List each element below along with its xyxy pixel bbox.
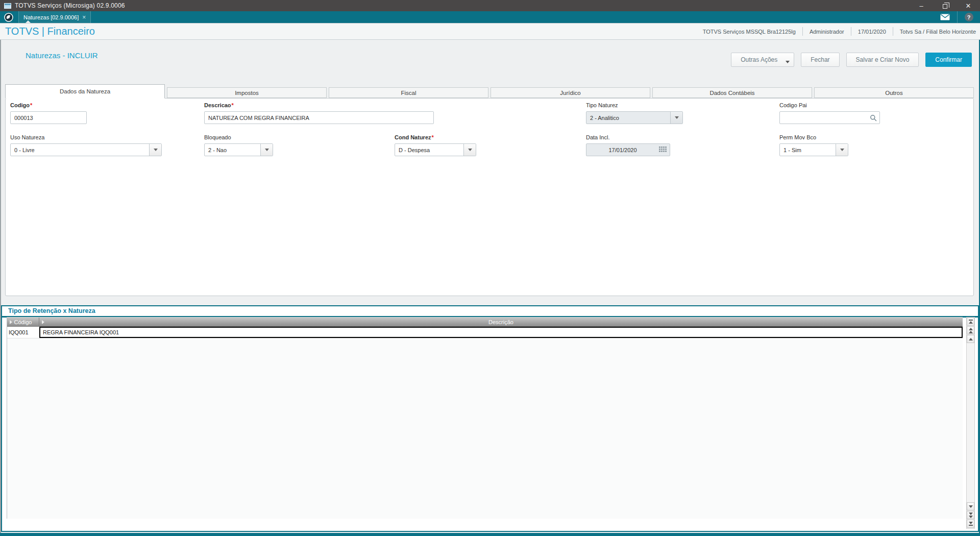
window-bottom-frame xyxy=(0,533,980,536)
field-bloqueado: Bloqueado 2 - Nao xyxy=(204,134,273,156)
form-panel: Codigo* Descricao* Tipo Naturez 2 - Anal… xyxy=(5,98,974,296)
divider xyxy=(893,27,893,36)
required-marker: * xyxy=(232,102,234,108)
data-incl-label: Data Incl. xyxy=(586,134,670,140)
column-handle-icon xyxy=(42,320,44,324)
window-controls: – ✕ xyxy=(910,0,980,11)
minimize-button[interactable]: – xyxy=(910,0,933,11)
environment-label: TOTVS Serviços MSSQL Bra12125lg xyxy=(703,29,796,35)
tab-outros[interactable]: Outros xyxy=(814,87,974,98)
field-descricao: Descricao* xyxy=(204,102,434,124)
active-tab-indicator xyxy=(26,20,31,23)
codigo-pai-input[interactable] xyxy=(779,111,880,124)
mdi-tab-bar: Naturezas [02.9.0006] × ? xyxy=(0,11,980,23)
bloqueado-dropdown-button[interactable] xyxy=(260,144,273,156)
bloqueado-label: Bloqueado xyxy=(204,134,273,140)
scroll-to-bottom-button[interactable] xyxy=(967,520,974,528)
tab-close-icon[interactable]: × xyxy=(82,14,86,21)
confirm-button[interactable]: Confirmar xyxy=(925,53,972,67)
mail-icon xyxy=(940,14,950,20)
column-handle-icon xyxy=(10,320,12,324)
top-bar-icons: ? xyxy=(933,11,980,23)
tab-dados-da-natureza[interactable]: Dados da Natureza xyxy=(5,84,165,99)
perm-mov-bco-value: 1 - Sim xyxy=(780,144,836,156)
maximize-button[interactable] xyxy=(933,0,957,11)
column-header-codigo[interactable]: Código xyxy=(7,318,39,326)
data-incl-value: 17/01/2020 xyxy=(586,147,659,153)
scroll-fast-up-button[interactable] xyxy=(967,326,974,334)
company-label: Totvs Sa / Filial Belo Horizonte xyxy=(900,29,976,35)
uso-natureza-value: 0 - Livre xyxy=(11,144,149,156)
module-title: TOTVS | Financeiro xyxy=(5,26,95,37)
cond-naturez-select[interactable]: D - Despesa xyxy=(395,143,476,156)
tab-dados-contabeis[interactable]: Dados Contábeis xyxy=(652,87,812,98)
codigo-pai-lookup xyxy=(779,111,880,124)
column-header-descricao[interactable]: Descrição xyxy=(39,318,963,326)
field-codigo-pai: Codigo Pai xyxy=(779,102,880,124)
close-window-button[interactable]: ✕ xyxy=(957,0,980,11)
scroll-fast-down-button[interactable] xyxy=(967,511,974,519)
cell-codigo[interactable]: IQQ001 xyxy=(7,327,39,338)
tab-naturezas-label: Naturezas [02.9.0006] xyxy=(23,14,79,20)
chevron-down-icon xyxy=(840,149,844,151)
tipo-naturez-dropdown-button[interactable] xyxy=(670,112,682,124)
grid-header-row: Código Descrição xyxy=(7,317,963,327)
uso-natureza-dropdown-button[interactable] xyxy=(149,144,161,156)
chevron-down-icon xyxy=(675,116,679,119)
search-icon[interactable] xyxy=(870,114,877,121)
field-codigo: Codigo* xyxy=(10,102,87,124)
arrow-up-icon xyxy=(969,328,973,330)
tab-impostos[interactable]: Impostos xyxy=(167,87,327,98)
divider xyxy=(802,27,803,36)
descricao-input[interactable] xyxy=(204,111,434,124)
divider xyxy=(851,27,851,36)
mail-button[interactable] xyxy=(933,11,957,23)
perm-mov-bco-dropdown-button[interactable] xyxy=(836,144,848,156)
minimize-icon: – xyxy=(919,2,923,10)
restore-icon xyxy=(943,4,947,9)
calendar-icon xyxy=(659,147,667,153)
page-title: Naturezas - INCLUIR xyxy=(26,51,98,60)
app-header: TOTVS | Financeiro TOTVS Serviços MSSQL … xyxy=(0,23,980,40)
grid-vertical-scrollbar[interactable] xyxy=(966,317,975,529)
scrollbar-track[interactable] xyxy=(967,344,974,502)
other-actions-button[interactable]: Outras Ações xyxy=(731,53,794,67)
tipo-naturez-label: Tipo Naturez xyxy=(586,102,683,108)
bloqueado-select[interactable]: 2 - Nao xyxy=(204,143,273,156)
scroll-up-button[interactable] xyxy=(967,335,974,343)
uso-natureza-select[interactable]: 0 - Livre xyxy=(10,143,162,156)
form-tab-strip: Dados da Natureza Impostos Fiscal Jurídi… xyxy=(5,84,974,98)
codigo-input[interactable] xyxy=(10,111,87,124)
save-and-new-button[interactable]: Salvar e Criar Novo xyxy=(846,53,919,67)
tab-fiscal[interactable]: Fiscal xyxy=(329,87,488,98)
cond-naturez-dropdown-button[interactable] xyxy=(463,144,476,156)
close-button[interactable]: Fechar xyxy=(801,53,839,67)
cond-naturez-value: D - Despesa xyxy=(395,144,463,156)
help-button[interactable]: ? xyxy=(958,11,980,23)
tipo-naturez-select[interactable]: 2 - Analitico xyxy=(586,111,683,124)
descricao-label: Descricao* xyxy=(204,102,434,108)
retencao-panel: Tipo de Retenção x Natureza Código Descr… xyxy=(1,305,979,532)
scroll-down-button[interactable] xyxy=(967,502,974,510)
date-label: 17/01/2020 xyxy=(858,29,886,35)
cell-descricao-selected[interactable]: REGRA FINANCEIRA IQQ001 xyxy=(39,327,963,338)
scroll-to-top-button[interactable] xyxy=(967,318,974,326)
perm-mov-bco-select[interactable]: 1 - Sim xyxy=(779,143,848,156)
tab-juridico[interactable]: Jurídico xyxy=(491,87,650,98)
action-bar: Outras Ações Fechar Salvar e Criar Novo … xyxy=(731,53,972,67)
totvs-logo-icon[interactable] xyxy=(4,12,14,22)
close-icon: ✕ xyxy=(966,2,971,10)
chevron-down-icon xyxy=(265,149,269,151)
bloqueado-value: 2 - Nao xyxy=(205,144,260,156)
table-row[interactable]: IQQ001 REGRA FINANCEIRA IQQ001 xyxy=(7,327,963,338)
arrow-up-icon xyxy=(969,331,973,333)
window-title: TOTVS Serviços (Microsiga) 02.9.0006 xyxy=(15,2,125,9)
field-uso-natureza: Uso Natureza 0 - Livre xyxy=(10,134,162,156)
help-icon: ? xyxy=(965,13,973,21)
field-tipo-naturez: Tipo Naturez 2 - Analitico xyxy=(586,102,683,124)
arrow-up-icon xyxy=(969,321,973,324)
arrow-down-icon xyxy=(969,516,973,518)
field-cond-naturez: Cond Naturez* D - Despesa xyxy=(395,134,476,156)
arrow-down-icon xyxy=(969,513,973,515)
session-info: TOTVS Serviços MSSQL Bra12125lg Administ… xyxy=(703,23,980,39)
